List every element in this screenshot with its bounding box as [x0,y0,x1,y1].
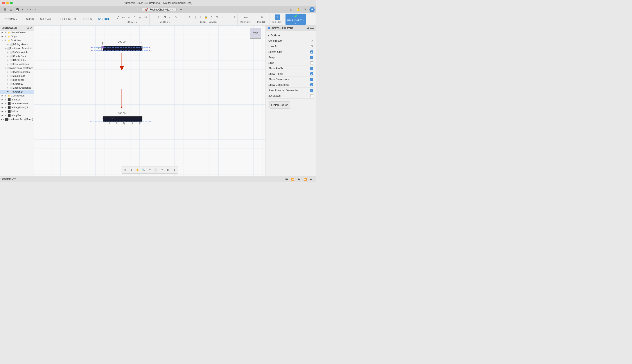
sidebar-item-lower-front-tabs[interactable]: ▶ ◈ ⬜ lowerFrontTabs [0,70,34,74]
sidebar-item-front-lower-face-1[interactable]: ▶ ◈ ⬛ frontLowerFace:1 [0,102,34,106]
triangle-icon[interactable]: △ [137,14,143,20]
design-dropdown-button[interactable]: DESIGN ▾ [2,17,20,22]
sidebar-item-construction[interactable]: ▶ ◈ 📁 Construction [0,94,34,98]
display-mode-dropdown[interactable]: ▾ [159,167,165,173]
tab-close-icon[interactable]: × [172,8,173,11]
fit-view-button[interactable]: ⊕ [122,167,128,173]
refresh-icon[interactable]: ↻ [288,7,294,12]
modify-dropdown[interactable]: MODIFY ▾ [158,20,171,24]
constraints-dropdown[interactable]: CONSTRAINTS ▾ [199,20,219,24]
sidebar-resize-icon[interactable]: ⤢ [30,26,32,30]
undo-icon[interactable]: ↩ [21,7,26,12]
perpendicular-icon[interactable]: ⊥ [198,14,203,20]
finish-sketch-button[interactable]: ✔ FINISH SKETCH ▾ [287,14,304,24]
canvas-viewport[interactable]: 200 00 × [34,26,265,176]
create-dropdown[interactable]: CREATE ▾ [125,20,138,24]
lock-icon[interactable]: 🔒 [203,14,209,20]
show-profile-checkbox[interactable] [310,67,313,70]
snap-checkbox[interactable] [310,56,313,59]
waffle-icon[interactable]: ⊟ [8,7,14,12]
sidebar-collapse-icon[interactable]: ◀ [2,27,4,29]
sidebar-item-left-leg-1[interactable]: ▶ ◈ ⬛ leftLeg:1 [0,98,34,102]
break-icon[interactable]: ⌓ [168,14,173,20]
tangent-icon[interactable]: △ [209,14,214,20]
user-avatar[interactable]: AE [309,7,315,12]
select-dropdown[interactable]: SELECT ▾ [271,20,284,24]
sidebar-item-legs-dog-bones[interactable]: ▶ ◈ ⬜ legsDogBones [0,62,34,66]
sidebar-item-front-lower-face-sketch[interactable]: ▶ ◈ ⬜ front lower face sketch [0,46,34,50]
polygon-icon[interactable]: ⬡ [143,14,148,20]
3d-sketch-checkbox[interactable] [310,94,313,97]
show-points-checkbox[interactable] [310,72,313,76]
image-icon[interactable]: 🖼 [259,14,265,20]
panel-pin-icon[interactable]: ▶▶ [310,27,314,30]
sidebar-item-back-tabs[interactable]: ▶ ◈ ⬜ BACK_tabs [0,58,34,62]
slice-checkbox[interactable] [310,62,313,64]
grid-menu-icon[interactable]: ⊞ [2,7,8,12]
active-tab[interactable]: 🚀 Rocket Chair v11* × [142,8,177,11]
new-tab-button[interactable]: + [178,8,184,12]
grid-dropdown[interactable]: ▾ [172,167,177,173]
sidebar-item-left-leg-mirror-1[interactable]: ▶ ◈ ⬛ leftLeg(Mirror):1 [0,106,34,110]
sidebar-item-origin[interactable]: ▶ 👁 📁 Origin [0,34,34,38]
show-projected-geometries-checkbox[interactable] [310,89,313,92]
save-icon[interactable]: 💾 [15,7,20,12]
timeline-start-icon[interactable]: ⏮ [284,176,289,182]
collinear-icon[interactable]: ≡ [187,14,192,20]
coincident-icon[interactable]: | [181,14,187,20]
timeline-next-icon[interactable]: ⏩ [302,176,308,182]
tab-tools[interactable]: TOOLS [80,13,95,25]
maximize-window-button[interactable] [10,2,13,4]
trim-icon[interactable]: ✂ [157,14,162,20]
panel-expand-icon[interactable]: ◀ [306,27,308,30]
options-header[interactable]: ▼ Options [267,33,314,38]
select-cursor-icon[interactable]: ↖ [275,14,280,20]
scale-icon[interactable]: ⤡ [173,14,178,20]
sketch-grid-checkbox[interactable] [310,50,313,54]
sidebar-item-sketch14[interactable]: ▶ 👁 ⬜ Sketch14 [0,90,34,94]
constraint10-icon[interactable]: ⊣ [231,14,236,20]
zoom-button[interactable]: 🔍 [141,167,147,173]
sidebar-item-comfy-back-1[interactable]: ▶ ◈ ⬛ comfyBack:1 [0,113,34,117]
grid-button[interactable]: ⊞ [165,167,171,173]
insert-dropdown[interactable]: INSERT ▾ [256,20,268,24]
look-at-icon[interactable]: 🗓 [311,45,313,48]
sidebar-item-left-leg-sketch[interactable]: ▶ ◈ ⬜ left leg sketch [0,42,34,46]
sidebar-item-comfy-back[interactable]: ▶ ◈ ⬜ Comfy Back [0,54,34,58]
show-dimensions-checkbox[interactable] [310,78,313,81]
sidebar-item-sketch12[interactable]: ▶ ◈ ⬜ Sketch12 [0,82,34,86]
fillet-icon[interactable]: ⌒ [151,14,156,20]
sidebar-item-named-views[interactable]: ▶ 👁 📁 Named Views [0,30,34,34]
pan-button[interactable]: ✋ [135,167,140,173]
circle-icon[interactable]: ○ [126,14,132,20]
sidebar-item-2a3da-sketch[interactable]: ▶ ◈ ⬜ 2a3da sketch [0,50,34,54]
view-cube-top[interactable]: TOP [250,28,261,38]
arc-icon[interactable]: ◜ [132,14,137,20]
minimize-window-button[interactable] [6,2,9,4]
parallel-icon[interactable]: ∥ [192,14,198,20]
sidebar-item-2a3da-1[interactable]: ▶ ◈ ⬛ 2a3da:1 [0,110,34,113]
line-icon[interactable]: ╱ [115,14,121,20]
tab-sheet-metal[interactable]: SHEET METAL [56,13,80,25]
sidebar-settings-icon[interactable]: ⊡ [27,26,29,30]
sym-icon[interactable]: ✕ [220,14,225,20]
concentric-icon[interactable]: ◎ [214,14,220,20]
constraint9-icon[interactable]: ⊢ [225,14,231,20]
sidebar-item-comfy-back-dog-bones[interactable]: ▶ ◈ ⬜ comfyBackDogBones [0,66,34,70]
sidebar-item-sketches[interactable]: ▼ 👁 📁 Sketches [0,38,34,42]
finish-sketch-panel-button[interactable]: Finish Sketch [269,101,290,108]
sidebar-item-dog-bones[interactable]: ▶ ◈ ⬜ dog bones [0,78,34,82]
close-window-button[interactable] [2,2,5,4]
sidebar-item-2a3da-dog-bones[interactable]: ▶ ◈ ⬜ 2a3daDogBones [0,86,34,90]
help-icon[interactable]: ? [302,7,308,12]
extend-icon[interactable]: ⊐ [162,14,167,20]
tab-surface[interactable]: SURFACE [37,13,56,25]
display-mode-button[interactable]: ⬜ [153,167,159,173]
sidebar-item-2a3da-tabs[interactable]: ▶ ◈ ⬜ 2a3da tabs [0,74,34,78]
rectangle-icon[interactable]: ▭ [121,14,126,20]
timeline-play-icon[interactable]: ▶ [296,176,301,182]
timeline-end-icon[interactable]: ⏭ [308,176,314,182]
timeline-prev-icon[interactable]: ⏪ [290,176,295,182]
measure-icon[interactable]: ⟺ [243,14,249,20]
sidebar-item-front-lower-face-mirror-1[interactable]: ▶ ◈ ⬛ frontLowerFace(Mirror):1 [0,117,34,121]
